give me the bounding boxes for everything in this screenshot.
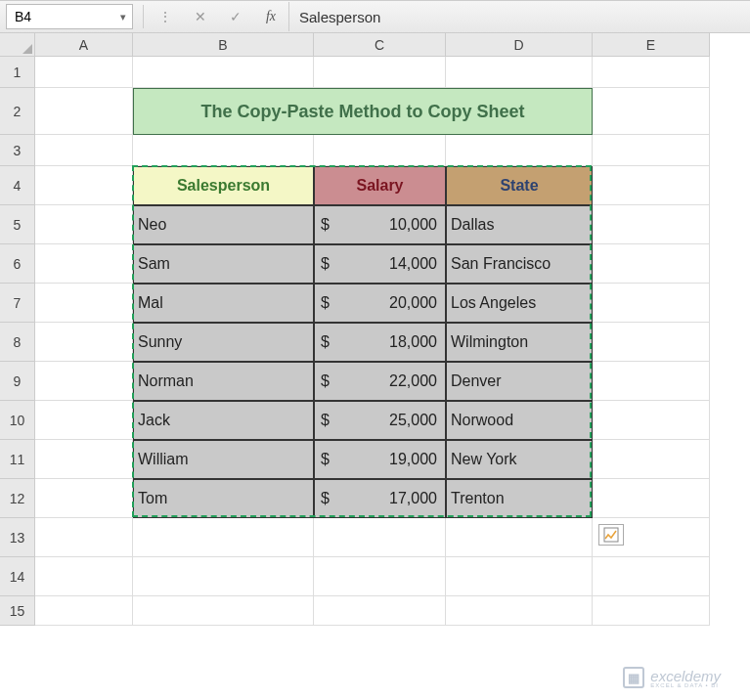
row-header[interactable]: 12 [0, 479, 35, 518]
cell[interactable] [133, 557, 314, 596]
data-cell-name[interactable]: Sam [133, 244, 314, 284]
cell[interactable] [593, 205, 710, 244]
cell[interactable] [446, 135, 593, 166]
column-header[interactable]: E [593, 33, 710, 57]
cell[interactable] [35, 244, 133, 284]
cell[interactable] [35, 557, 133, 596]
cancel-icon[interactable]: ✕ [189, 5, 212, 28]
row-header[interactable]: 13 [0, 518, 35, 557]
cell[interactable] [314, 596, 446, 626]
cell[interactable] [35, 88, 133, 135]
column-header[interactable]: A [35, 33, 133, 57]
cell[interactable] [133, 596, 314, 626]
cell[interactable] [35, 284, 133, 323]
name-box[interactable]: B4 [6, 4, 133, 29]
cell[interactable] [35, 166, 133, 205]
title-cell[interactable]: The Copy-Paste Method to Copy Sheet [133, 88, 593, 135]
formula-text[interactable]: Salesperson [289, 9, 750, 25]
cell[interactable] [133, 57, 314, 88]
data-cell-salary[interactable]: $20,000 [314, 284, 446, 323]
cell[interactable] [314, 518, 446, 557]
cell[interactable] [35, 135, 133, 166]
header-salary[interactable]: Salary [314, 166, 446, 205]
data-cell-name[interactable]: William [133, 440, 314, 479]
cell[interactable] [314, 557, 446, 596]
data-cell-salary[interactable]: $14,000 [314, 244, 446, 284]
data-cell-name[interactable]: Jack [133, 401, 314, 440]
cell[interactable] [593, 88, 710, 135]
data-cell-salary[interactable]: $10,000 [314, 205, 446, 244]
cell[interactable] [133, 518, 314, 557]
cell[interactable] [593, 57, 710, 88]
column-header[interactable]: D [446, 33, 593, 57]
cell[interactable] [446, 596, 593, 626]
data-cell-state[interactable]: Norwood [446, 401, 593, 440]
cell[interactable] [593, 166, 710, 205]
quick-analysis-button[interactable] [598, 524, 624, 546]
cell[interactable] [35, 57, 133, 88]
data-cell-state[interactable]: San Francisco [446, 244, 593, 284]
header-state[interactable]: State [446, 166, 593, 205]
cell[interactable] [35, 440, 133, 479]
row-header[interactable]: 1 [0, 57, 35, 88]
fx-icon[interactable]: fx [259, 5, 283, 28]
data-cell-name[interactable]: Mal [133, 284, 314, 323]
cell[interactable] [593, 244, 710, 284]
data-cell-name[interactable]: Sunny [133, 323, 314, 362]
cell[interactable] [446, 557, 593, 596]
enter-icon[interactable]: ✓ [224, 5, 247, 28]
cell[interactable] [314, 135, 446, 166]
header-salesperson[interactable]: Salesperson [133, 166, 314, 205]
data-cell-salary[interactable]: $19,000 [314, 440, 446, 479]
data-cell-state[interactable]: Denver [446, 362, 593, 401]
row-header[interactable]: 10 [0, 401, 35, 440]
cell[interactable] [133, 135, 314, 166]
row-header[interactable]: 9 [0, 362, 35, 401]
watermark-icon: ▦ [623, 667, 644, 688]
select-all-triangle[interactable] [0, 33, 35, 57]
data-cell-name[interactable]: Neo [133, 205, 314, 244]
data-cell-salary[interactable]: $25,000 [314, 401, 446, 440]
data-cell-name[interactable]: Norman [133, 362, 314, 401]
row-header[interactable]: 6 [0, 244, 35, 284]
data-cell-name[interactable]: Tom [133, 479, 314, 518]
cell[interactable] [35, 479, 133, 518]
row-header[interactable]: 14 [0, 557, 35, 596]
cell[interactable] [35, 362, 133, 401]
data-cell-state[interactable]: Los Angeles [446, 284, 593, 323]
data-cell-state[interactable]: Trenton [446, 479, 593, 518]
data-cell-salary[interactable]: $22,000 [314, 362, 446, 401]
row-header[interactable]: 11 [0, 440, 35, 479]
row-header[interactable]: 2 [0, 88, 35, 135]
column-header[interactable]: B [133, 33, 314, 57]
cell[interactable] [314, 57, 446, 88]
row-header[interactable]: 3 [0, 135, 35, 166]
row-header[interactable]: 8 [0, 323, 35, 362]
cell[interactable] [35, 323, 133, 362]
row-header[interactable]: 7 [0, 284, 35, 323]
data-cell-state[interactable]: Wilmington [446, 323, 593, 362]
cell[interactable] [593, 401, 710, 440]
row-header[interactable]: 4 [0, 166, 35, 205]
cell[interactable] [35, 596, 133, 626]
cell[interactable] [593, 479, 710, 518]
cell[interactable] [593, 362, 710, 401]
cell[interactable] [593, 557, 710, 596]
cell[interactable] [593, 323, 710, 362]
row-header[interactable]: 15 [0, 596, 35, 626]
row-header[interactable]: 5 [0, 205, 35, 244]
cell[interactable] [35, 401, 133, 440]
data-cell-state[interactable]: New York [446, 440, 593, 479]
cell[interactable] [35, 205, 133, 244]
data-cell-salary[interactable]: $17,000 [314, 479, 446, 518]
data-cell-state[interactable]: Dallas [446, 205, 593, 244]
cell[interactable] [446, 57, 593, 88]
column-header[interactable]: C [314, 33, 446, 57]
cell[interactable] [593, 596, 710, 626]
cell[interactable] [446, 518, 593, 557]
cell[interactable] [593, 135, 710, 166]
data-cell-salary[interactable]: $18,000 [314, 323, 446, 362]
cell[interactable] [593, 284, 710, 323]
cell[interactable] [593, 440, 710, 479]
cell[interactable] [35, 518, 133, 557]
